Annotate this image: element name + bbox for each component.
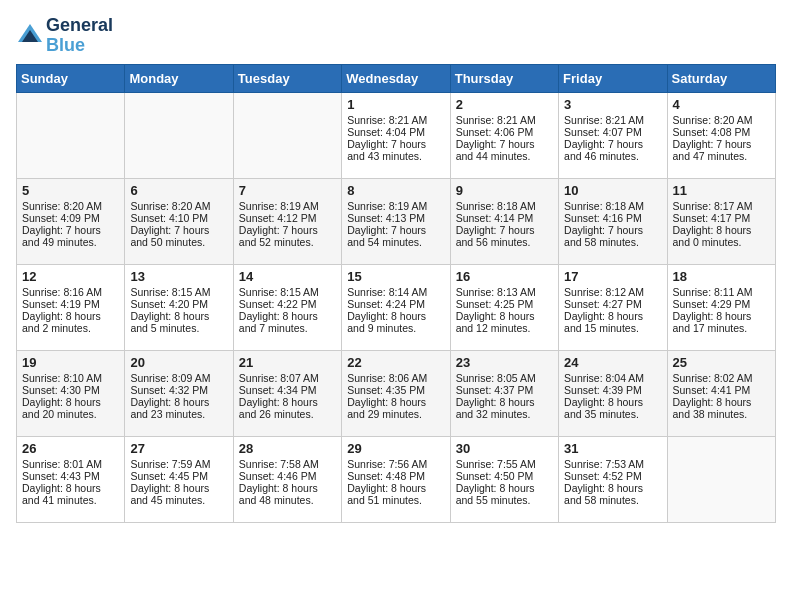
daylight-info: Daylight: 7 hours and 44 minutes. [456,138,553,162]
sunset-info: Sunset: 4:50 PM [456,470,553,482]
calendar-body: 1Sunrise: 8:21 AMSunset: 4:04 PMDaylight… [17,92,776,522]
daylight-info: Daylight: 8 hours and 26 minutes. [239,396,336,420]
daylight-info: Daylight: 7 hours and 47 minutes. [673,138,770,162]
day-number: 28 [239,441,336,456]
sunset-info: Sunset: 4:29 PM [673,298,770,310]
sunrise-info: Sunrise: 8:20 AM [130,200,227,212]
sunrise-info: Sunrise: 8:15 AM [130,286,227,298]
calendar-cell: 6Sunrise: 8:20 AMSunset: 4:10 PMDaylight… [125,178,233,264]
sunset-info: Sunset: 4:22 PM [239,298,336,310]
sunset-info: Sunset: 4:37 PM [456,384,553,396]
sunset-info: Sunset: 4:48 PM [347,470,444,482]
calendar-cell: 24Sunrise: 8:04 AMSunset: 4:39 PMDayligh… [559,350,667,436]
calendar-cell: 18Sunrise: 8:11 AMSunset: 4:29 PMDayligh… [667,264,775,350]
calendar-cell: 3Sunrise: 8:21 AMSunset: 4:07 PMDaylight… [559,92,667,178]
sunrise-info: Sunrise: 8:10 AM [22,372,119,384]
daylight-info: Daylight: 7 hours and 43 minutes. [347,138,444,162]
sunset-info: Sunset: 4:20 PM [130,298,227,310]
calendar-week-row: 19Sunrise: 8:10 AMSunset: 4:30 PMDayligh… [17,350,776,436]
day-number: 27 [130,441,227,456]
daylight-info: Daylight: 7 hours and 52 minutes. [239,224,336,248]
daylight-info: Daylight: 8 hours and 0 minutes. [673,224,770,248]
logo-text: General Blue [46,16,113,56]
sunrise-info: Sunrise: 8:21 AM [456,114,553,126]
calendar-cell: 28Sunrise: 7:58 AMSunset: 4:46 PMDayligh… [233,436,341,522]
sunrise-info: Sunrise: 8:19 AM [239,200,336,212]
day-number: 13 [130,269,227,284]
sunrise-info: Sunrise: 8:21 AM [564,114,661,126]
daylight-info: Daylight: 8 hours and 2 minutes. [22,310,119,334]
sunrise-info: Sunrise: 8:18 AM [456,200,553,212]
day-number: 3 [564,97,661,112]
daylight-info: Daylight: 7 hours and 50 minutes. [130,224,227,248]
day-number: 18 [673,269,770,284]
calendar-cell: 10Sunrise: 8:18 AMSunset: 4:16 PMDayligh… [559,178,667,264]
sunset-info: Sunset: 4:09 PM [22,212,119,224]
weekday-header: Sunday [17,64,125,92]
day-number: 16 [456,269,553,284]
sunrise-info: Sunrise: 8:18 AM [564,200,661,212]
sunrise-info: Sunrise: 8:21 AM [347,114,444,126]
day-number: 11 [673,183,770,198]
calendar-cell: 29Sunrise: 7:56 AMSunset: 4:48 PMDayligh… [342,436,450,522]
day-number: 6 [130,183,227,198]
daylight-info: Daylight: 8 hours and 45 minutes. [130,482,227,506]
sunrise-info: Sunrise: 8:14 AM [347,286,444,298]
day-number: 26 [22,441,119,456]
sunrise-info: Sunrise: 8:06 AM [347,372,444,384]
daylight-info: Daylight: 8 hours and 41 minutes. [22,482,119,506]
calendar-week-row: 26Sunrise: 8:01 AMSunset: 4:43 PMDayligh… [17,436,776,522]
calendar-cell [233,92,341,178]
daylight-info: Daylight: 7 hours and 56 minutes. [456,224,553,248]
sunrise-info: Sunrise: 7:58 AM [239,458,336,470]
daylight-info: Daylight: 8 hours and 20 minutes. [22,396,119,420]
sunrise-info: Sunrise: 7:59 AM [130,458,227,470]
day-number: 15 [347,269,444,284]
sunrise-info: Sunrise: 8:04 AM [564,372,661,384]
day-number: 23 [456,355,553,370]
sunset-info: Sunset: 4:34 PM [239,384,336,396]
sunset-info: Sunset: 4:30 PM [22,384,119,396]
daylight-info: Daylight: 8 hours and 48 minutes. [239,482,336,506]
sunset-info: Sunset: 4:04 PM [347,126,444,138]
sunrise-info: Sunrise: 7:53 AM [564,458,661,470]
sunset-info: Sunset: 4:32 PM [130,384,227,396]
sunrise-info: Sunrise: 8:09 AM [130,372,227,384]
day-number: 20 [130,355,227,370]
day-number: 14 [239,269,336,284]
sunrise-info: Sunrise: 8:20 AM [673,114,770,126]
calendar-cell: 14Sunrise: 8:15 AMSunset: 4:22 PMDayligh… [233,264,341,350]
sunset-info: Sunset: 4:39 PM [564,384,661,396]
sunset-info: Sunset: 4:43 PM [22,470,119,482]
calendar-table: SundayMondayTuesdayWednesdayThursdayFrid… [16,64,776,523]
sunset-info: Sunset: 4:27 PM [564,298,661,310]
weekday-header: Friday [559,64,667,92]
sunset-info: Sunset: 4:46 PM [239,470,336,482]
logo-icon [16,22,44,50]
calendar-cell: 22Sunrise: 8:06 AMSunset: 4:35 PMDayligh… [342,350,450,436]
sunrise-info: Sunrise: 8:11 AM [673,286,770,298]
sunset-info: Sunset: 4:45 PM [130,470,227,482]
daylight-info: Daylight: 8 hours and 17 minutes. [673,310,770,334]
calendar-week-row: 12Sunrise: 8:16 AMSunset: 4:19 PMDayligh… [17,264,776,350]
sunrise-info: Sunrise: 8:16 AM [22,286,119,298]
day-number: 1 [347,97,444,112]
calendar-cell: 13Sunrise: 8:15 AMSunset: 4:20 PMDayligh… [125,264,233,350]
calendar-cell: 19Sunrise: 8:10 AMSunset: 4:30 PMDayligh… [17,350,125,436]
calendar-cell: 9Sunrise: 8:18 AMSunset: 4:14 PMDaylight… [450,178,558,264]
calendar-cell: 1Sunrise: 8:21 AMSunset: 4:04 PMDaylight… [342,92,450,178]
sunrise-info: Sunrise: 8:12 AM [564,286,661,298]
day-number: 24 [564,355,661,370]
sunrise-info: Sunrise: 7:55 AM [456,458,553,470]
sunset-info: Sunset: 4:24 PM [347,298,444,310]
calendar-cell: 21Sunrise: 8:07 AMSunset: 4:34 PMDayligh… [233,350,341,436]
day-number: 25 [673,355,770,370]
sunset-info: Sunset: 4:16 PM [564,212,661,224]
daylight-info: Daylight: 8 hours and 58 minutes. [564,482,661,506]
daylight-info: Daylight: 8 hours and 7 minutes. [239,310,336,334]
calendar-cell: 15Sunrise: 8:14 AMSunset: 4:24 PMDayligh… [342,264,450,350]
sunrise-info: Sunrise: 8:20 AM [22,200,119,212]
sunset-info: Sunset: 4:19 PM [22,298,119,310]
sunset-info: Sunset: 4:13 PM [347,212,444,224]
calendar-cell [17,92,125,178]
